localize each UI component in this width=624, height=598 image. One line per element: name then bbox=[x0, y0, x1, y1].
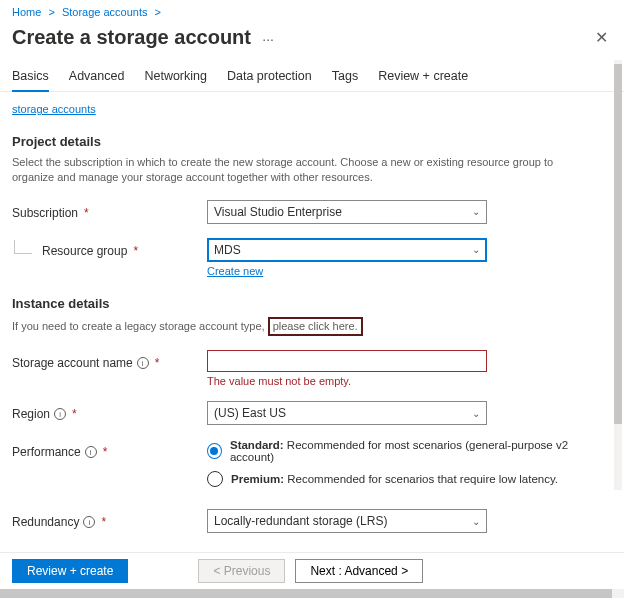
performance-premium-radio[interactable]: Premium: Recommended for scenarios that … bbox=[207, 471, 587, 487]
info-icon[interactable]: i bbox=[83, 516, 95, 528]
previous-button: < Previous bbox=[198, 559, 285, 583]
horizontal-scrollbar-thumb[interactable] bbox=[0, 589, 612, 598]
breadcrumb-home[interactable]: Home bbox=[12, 6, 41, 18]
resource-group-select[interactable]: MDS ⌄ bbox=[207, 238, 487, 262]
chevron-down-icon: ⌄ bbox=[472, 516, 480, 527]
redundancy-select[interactable]: Locally-redundant storage (LRS) ⌄ bbox=[207, 509, 487, 533]
more-icon[interactable]: ··· bbox=[254, 31, 274, 47]
subscription-label: Subscription* bbox=[12, 200, 207, 220]
subscription-value: Visual Studio Enterprise bbox=[214, 205, 342, 219]
region-select[interactable]: (US) East US ⌄ bbox=[207, 401, 487, 425]
info-icon[interactable]: i bbox=[137, 357, 149, 369]
storage-account-name-error: The value must not be empty. bbox=[207, 375, 487, 387]
subscription-select[interactable]: Visual Studio Enterprise ⌄ bbox=[207, 200, 487, 224]
project-details-heading: Project details bbox=[12, 134, 602, 149]
review-create-button[interactable]: Review + create bbox=[12, 559, 128, 583]
storage-accounts-link[interactable]: storage accounts bbox=[12, 103, 96, 115]
performance-standard-radio[interactable]: Standard: Recommended for most scenarios… bbox=[207, 439, 587, 463]
resource-group-value: MDS bbox=[214, 243, 241, 257]
breadcrumb: Home > Storage accounts > bbox=[0, 0, 624, 24]
tab-tags[interactable]: Tags bbox=[332, 63, 358, 91]
tab-advanced[interactable]: Advanced bbox=[69, 63, 125, 91]
radio-selected-icon bbox=[207, 443, 222, 459]
chevron-down-icon: ⌄ bbox=[472, 244, 480, 255]
page-title: Create a storage account bbox=[12, 26, 251, 48]
tab-review-create[interactable]: Review + create bbox=[378, 63, 468, 91]
region-label: Region i * bbox=[12, 401, 207, 421]
footer-bar: Review + create < Previous Next : Advanc… bbox=[0, 552, 624, 588]
chevron-right-icon: > bbox=[44, 6, 58, 18]
storage-account-name-input[interactable] bbox=[207, 350, 487, 372]
project-details-desc: Select the subscription in which to crea… bbox=[12, 155, 572, 186]
performance-label: Performance i * bbox=[12, 439, 207, 459]
vertical-scrollbar-thumb[interactable] bbox=[614, 64, 622, 424]
next-advanced-button[interactable]: Next : Advanced > bbox=[295, 559, 423, 583]
region-value: (US) East US bbox=[214, 406, 286, 420]
create-new-rg-link[interactable]: Create new bbox=[207, 265, 263, 277]
chevron-down-icon: ⌄ bbox=[472, 408, 480, 419]
storage-account-name-label: Storage account name i * bbox=[12, 350, 207, 370]
chevron-right-icon: > bbox=[151, 6, 165, 18]
close-icon[interactable]: ✕ bbox=[595, 28, 608, 47]
tab-data-protection[interactable]: Data protection bbox=[227, 63, 312, 91]
resource-group-label: Resource group* bbox=[12, 238, 207, 258]
info-icon[interactable]: i bbox=[85, 446, 97, 458]
chevron-down-icon: ⌄ bbox=[472, 206, 480, 217]
instance-legacy-text: If you need to create a legacy storage a… bbox=[12, 317, 572, 336]
tab-networking[interactable]: Networking bbox=[144, 63, 207, 91]
breadcrumb-storage-accounts[interactable]: Storage accounts bbox=[62, 6, 148, 18]
form-scroll-area: storage accounts Project details Select … bbox=[0, 92, 624, 552]
instance-details-heading: Instance details bbox=[12, 296, 602, 311]
legacy-link-highlight[interactable]: please click here. bbox=[268, 317, 363, 336]
redundancy-label: Redundancy i * bbox=[12, 509, 207, 529]
info-icon[interactable]: i bbox=[54, 408, 66, 420]
tab-basics[interactable]: Basics bbox=[12, 63, 49, 91]
tabs: Basics Advanced Networking Data protecti… bbox=[0, 57, 624, 92]
redundancy-value: Locally-redundant storage (LRS) bbox=[214, 514, 387, 528]
radio-unselected-icon bbox=[207, 471, 223, 487]
